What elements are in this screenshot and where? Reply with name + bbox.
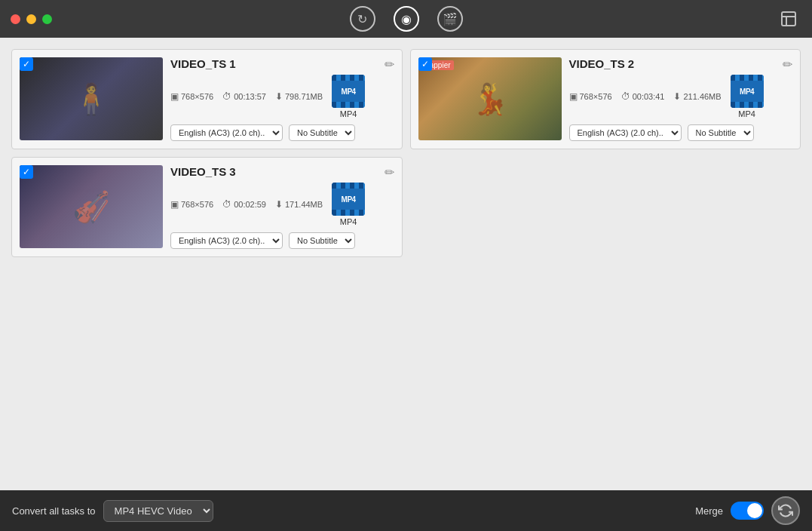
maximize-button[interactable] [42, 14, 52, 24]
film-icon[interactable]: 🎬 [437, 6, 463, 32]
duration-1: ⏱ 00:13:57 [222, 91, 266, 102]
video-thumbnail-3: 🎻 [20, 165, 163, 248]
titlebar: ↻ ◉ 🎬 [0, 0, 812, 38]
toolbar-icons: ↻ ◉ 🎬 [350, 6, 463, 32]
resolution-icon-1: ▣ [170, 91, 179, 102]
thumb-wrap-2: 💃 Happier [418, 57, 562, 140]
video-card-2: ✓ 💃 Happier VIDEO_TS 2 ▣ 768×576 ⏱ 00:03… [410, 49, 801, 149]
audio-select-3[interactable]: English (AC3) (2.0 ch).. [170, 232, 283, 249]
video-card-3: ✓ 🎻 VIDEO_TS 3 ▣ 768×576 ⏱ 00:02:59 [11, 157, 403, 257]
format-badge-3[interactable]: MP4 MP4 [332, 183, 365, 226]
subtitle-select-1[interactable]: No Subtitle [289, 124, 355, 141]
video-controls-1: English (AC3) (2.0 ch).. No Subtitle [170, 124, 394, 141]
settings-icon[interactable]: ◉ [394, 6, 419, 32]
clock-icon-3: ⏱ [222, 199, 231, 210]
download-icon-1: ⬇ [275, 91, 283, 102]
video-controls-2: English (AC3) (2.0 ch).. No Subtitle [569, 124, 793, 141]
format-badge-2[interactable]: MP4 MP4 [731, 75, 764, 118]
refresh-icon[interactable]: ↻ [350, 6, 375, 32]
video-title-3: VIDEO_TS 3 [170, 165, 394, 178]
toggle-track[interactable] [731, 502, 764, 520]
merge-toggle[interactable] [731, 502, 764, 520]
thumb-content-1: 🧍 [20, 57, 163, 140]
video-card-1: ✓ 🧍 VIDEO_TS 1 ▣ 768×576 ⏱ 00:13:57 [11, 49, 403, 149]
convert-format-select[interactable]: MP4 HEVC Video MP4 H.264 Video MKV H.265… [103, 500, 213, 522]
convert-label: Convert all tasks to [12, 505, 96, 517]
video-meta-3: ▣ 768×576 ⏱ 00:02:59 ⬇ 171.44MB MP4 [170, 183, 394, 226]
thumb-wrap-1: 🧍 [20, 57, 163, 140]
download-icon-2: ⬇ [673, 91, 681, 102]
mp4-icon-2: MP4 [731, 75, 764, 108]
mp4-icon-3: MP4 [332, 183, 365, 216]
audio-select-1[interactable]: English (AC3) (2.0 ch).. [170, 124, 283, 141]
edit-button-2[interactable]: ✏ [783, 57, 792, 72]
edit-button-1[interactable]: ✏ [385, 57, 394, 72]
size-3: ⬇ 171.44MB [275, 199, 323, 210]
checkbox-3[interactable]: ✓ [20, 165, 33, 179]
subtitle-select-2[interactable]: No Subtitle [688, 124, 754, 141]
format-badge-1[interactable]: MP4 MP4 [332, 75, 365, 118]
minimize-button[interactable] [26, 14, 36, 24]
video-info-2: VIDEO_TS 2 ▣ 768×576 ⏱ 00:03:41 ⬇ 211.46… [569, 57, 793, 141]
clock-icon-1: ⏱ [222, 91, 231, 102]
download-icon-3: ⬇ [275, 199, 283, 210]
video-thumbnail-1: 🧍 [20, 57, 163, 140]
video-grid: ✓ 🧍 VIDEO_TS 1 ▣ 768×576 ⏱ 00:13:57 [0, 38, 812, 490]
thumb-wrap-3: 🎻 [20, 165, 163, 248]
close-button[interactable] [11, 14, 20, 24]
edit-button-3[interactable]: ✏ [385, 165, 394, 180]
merge-label: Merge [695, 505, 723, 517]
duration-3: ⏱ 00:02:59 [222, 199, 266, 210]
mp4-icon-1: MP4 [332, 75, 365, 108]
audio-select-2[interactable]: English (AC3) (2.0 ch).. [569, 124, 682, 141]
resolution-2: ▣ 768×576 [569, 91, 612, 102]
duration-2: ⏱ 00:03:41 [621, 91, 665, 102]
checkbox-2[interactable]: ✓ [418, 57, 432, 71]
svg-rect-0 [782, 12, 795, 26]
resolution-3: ▣ 768×576 [170, 199, 213, 210]
subtitle-select-3[interactable]: No Subtitle [289, 232, 355, 249]
video-controls-3: English (AC3) (2.0 ch).. No Subtitle [170, 232, 394, 249]
resolution-1: ▣ 768×576 [170, 91, 213, 102]
main-content: ✓ 🧍 VIDEO_TS 1 ▣ 768×576 ⏱ 00:13:57 [0, 38, 812, 490]
video-meta-2: ▣ 768×576 ⏱ 00:03:41 ⬇ 211.46MB MP4 [569, 75, 793, 118]
resolution-icon-3: ▣ [170, 199, 179, 210]
thumb-content-3: 🎻 [20, 165, 163, 248]
video-title-2: VIDEO_TS 2 [569, 57, 793, 70]
checkbox-1[interactable]: ✓ [20, 57, 33, 71]
toggle-knob [747, 503, 762, 518]
video-info-3: VIDEO_TS 3 ▣ 768×576 ⏱ 00:02:59 ⬇ 171.44… [170, 165, 394, 249]
video-title-1: VIDEO_TS 1 [170, 57, 394, 70]
bottom-bar: Convert all tasks to MP4 HEVC Video MP4 … [0, 490, 812, 531]
video-info-1: VIDEO_TS 1 ▣ 768×576 ⏱ 00:13:57 ⬇ 798.71… [170, 57, 394, 141]
clock-icon-2: ⏱ [621, 91, 630, 102]
size-1: ⬇ 798.71MB [275, 91, 323, 102]
corner-action-icon[interactable] [777, 8, 800, 30]
size-2: ⬇ 211.46MB [673, 91, 721, 102]
window-controls [11, 14, 52, 24]
resolution-icon-2: ▣ [569, 91, 578, 102]
video-meta-1: ▣ 768×576 ⏱ 00:13:57 ⬇ 798.71MB MP4 [170, 75, 394, 118]
convert-button[interactable] [771, 496, 800, 525]
